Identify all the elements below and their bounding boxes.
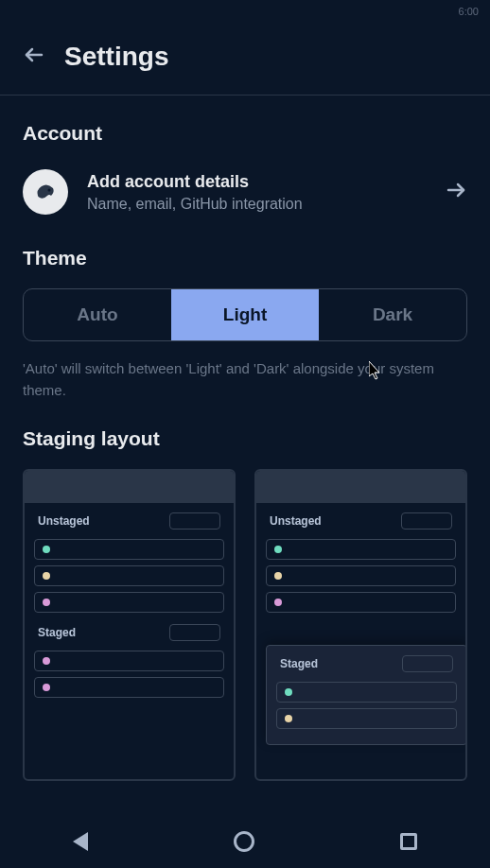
staging-layout-option-stack[interactable]: Unstaged Staged (23, 469, 236, 781)
dot-icon (274, 599, 282, 606)
nav-home-icon[interactable] (234, 831, 254, 852)
dot-icon (285, 715, 292, 722)
section-title-theme: Theme (23, 247, 467, 269)
mini-section-unstaged: Unstaged (34, 512, 224, 613)
chevron-right-icon (445, 179, 467, 205)
mini-label: Staged (280, 657, 318, 670)
account-item-title: Add account details (87, 172, 426, 192)
status-bar: 6:00 (0, 0, 490, 23)
mini-row (34, 592, 224, 613)
mini-label: Unstaged (270, 514, 322, 528)
app-header: Settings (0, 23, 490, 95)
mini-section-unstaged: Unstaged (266, 512, 456, 613)
mini-label: Staged (38, 626, 76, 639)
nav-back-icon[interactable] (73, 832, 88, 851)
theme-segmented-control: Auto Light Dark (23, 288, 467, 341)
layout-preview-topbar (256, 471, 465, 503)
dot-icon (274, 572, 282, 580)
dot-icon (43, 572, 50, 580)
dot-icon (43, 657, 50, 665)
section-title-account: Account (23, 122, 467, 145)
mini-row (276, 682, 457, 703)
layout-preview-topbar (25, 471, 234, 503)
dot-icon (274, 546, 282, 553)
theme-option-dark[interactable]: Dark (319, 289, 466, 340)
dolphin-icon (30, 177, 61, 207)
mini-row (34, 651, 224, 671)
account-item-subtitle: Name, email, GitHub integration (87, 196, 426, 213)
page-title: Settings (64, 42, 168, 72)
mini-row (34, 677, 224, 698)
svg-point-1 (48, 189, 51, 192)
back-arrow-icon[interactable] (23, 43, 45, 70)
layout-preview-content: Unstaged Staged (256, 503, 465, 768)
layout-preview-content: Unstaged Staged (25, 503, 234, 719)
mini-chip (169, 624, 220, 641)
avatar (23, 169, 68, 215)
mini-row (266, 565, 456, 586)
status-time: 6:00 (459, 6, 479, 17)
android-nav-bar (0, 815, 490, 868)
theme-option-light[interactable]: Light (171, 289, 319, 340)
mini-row (276, 708, 457, 729)
staging-layout-grid: Unstaged Staged (23, 469, 467, 781)
content-scroll: Account Add account details Name, email,… (0, 122, 490, 781)
account-details-row[interactable]: Add account details Name, email, GitHub … (23, 164, 467, 220)
theme-option-auto[interactable]: Auto (24, 289, 171, 340)
theme-help-text: 'Auto' will switch between 'Light' and '… (23, 358, 467, 401)
mini-overlay-staged: Staged (266, 645, 467, 745)
mini-row (266, 539, 456, 560)
status-right: 6:00 (459, 6, 479, 17)
account-info: Add account details Name, email, GitHub … (87, 172, 426, 213)
mini-section-staged: Staged (34, 624, 224, 698)
staging-layout-option-overlay[interactable]: Unstaged Staged (254, 469, 467, 781)
dot-icon (285, 688, 292, 696)
mini-row (34, 539, 224, 560)
mini-row (266, 592, 456, 613)
dot-icon (43, 684, 50, 691)
mini-chip (401, 512, 452, 529)
mini-label: Unstaged (38, 514, 90, 528)
section-title-staging-layout: Staging layout (23, 427, 467, 450)
header-divider (0, 95, 490, 95)
mini-chip (402, 655, 453, 672)
nav-recent-icon[interactable] (400, 833, 417, 850)
dot-icon (43, 546, 50, 553)
dot-icon (43, 599, 50, 606)
mini-chip (169, 512, 220, 529)
mini-row (34, 565, 224, 586)
